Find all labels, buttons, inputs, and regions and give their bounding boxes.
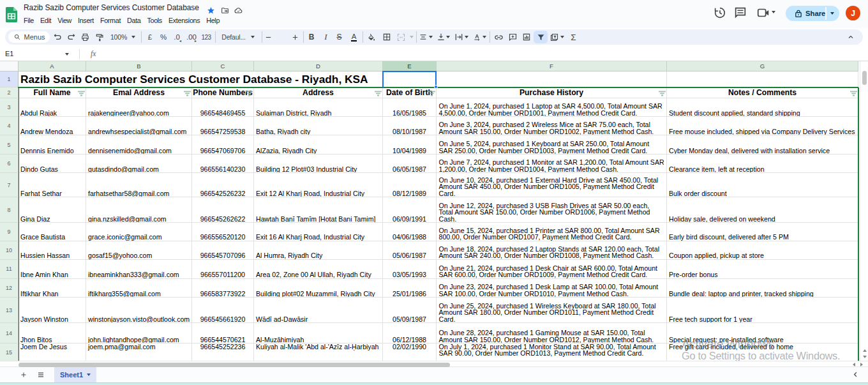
cell-r11-dob[interactable]: 03/05/1993	[383, 260, 437, 279]
cell-r5-notes[interactable]: Cyber Monday deal, delivered with instal…	[667, 135, 858, 155]
cell-r11-email[interactable]: ibneaminkhan333@gmail.com	[86, 260, 192, 279]
cell-r6-phone[interactable]: 966556140230	[192, 155, 254, 173]
row-header-14[interactable]: 14	[0, 323, 19, 343]
cell-r15-address[interactable]: Kuliyah al-Malik 'Abd al-'Azīz al-Ḥarbiy…	[254, 343, 383, 361]
cell-r12-full_name[interactable]: Iftikhar Khan	[19, 279, 86, 298]
menu-edit[interactable]: Edit	[40, 15, 51, 26]
header-filter-icon[interactable]	[78, 91, 85, 96]
row-header-10[interactable]: 10	[0, 241, 19, 260]
cell-r4-full_name[interactable]: Andrew Mendoza	[19, 117, 86, 135]
cell-r10-notes[interactable]: Coupon applied, pickup at store	[667, 241, 858, 260]
column-header-A[interactable]: A	[19, 61, 86, 72]
cell-r5-dob[interactable]: 10/04/1989	[383, 135, 437, 155]
cell-r5-address[interactable]: AlZazia, Riyadh City	[254, 135, 383, 155]
cell-r9-email[interactable]: grace.iconic@gmail.com	[86, 223, 192, 241]
menu-help[interactable]: Help	[206, 15, 220, 26]
row-header-3[interactable]: 3	[0, 98, 19, 117]
header-cell-6[interactable]: Notes / Comments	[667, 87, 858, 98]
cell-r15-purchase[interactable]: On July 1, 2024, purchased 1 Monitor Sta…	[437, 343, 667, 361]
cell-r10-address[interactable]: Al Humra, Riyadh City	[254, 241, 383, 260]
menu-extensions[interactable]: Extensions	[168, 15, 200, 26]
cell-r6-full_name[interactable]: Dindo Gutas	[19, 155, 86, 173]
cell-r5-phone[interactable]: 966547069706	[192, 135, 254, 155]
column-header-G[interactable]: G	[667, 61, 858, 72]
cell-r14-address[interactable]: Al-Muzāḥimiyah	[254, 323, 383, 343]
header-filter-icon[interactable]	[659, 91, 666, 96]
cell-r5-email[interactable]: dennisenemido@gmail.com	[86, 135, 192, 155]
cell-r14-full_name[interactable]: Jhon Bitos	[19, 323, 86, 343]
cell-E1[interactable]	[383, 72, 437, 87]
horizontal-scrollbar-thumb[interactable]	[19, 363, 450, 367]
header-filter-icon[interactable]	[375, 91, 382, 96]
sheet-tab[interactable]: Sheet1	[54, 367, 96, 382]
header-filter-icon[interactable]	[850, 91, 857, 96]
sheetbar-collapse-icon[interactable]	[851, 370, 860, 379]
header-cell-2[interactable]: Phone Numbers	[192, 87, 254, 98]
cell-r4-purchase[interactable]: On June 3, 2024, purchased 2 Wireless Mi…	[437, 117, 667, 135]
cell-r10-phone[interactable]: 966545707096	[192, 241, 254, 260]
cell-r12-dob[interactable]: 25/01/1986	[383, 279, 437, 298]
cell-r12-email[interactable]: iftikharg355@gmail.com	[86, 279, 192, 298]
cell-r4-phone[interactable]: 966547259538	[192, 117, 254, 135]
cell-r15-notes[interactable]: Free gift card included, delivered to ho…	[667, 343, 858, 361]
cell-r6-dob[interactable]: 06/05/1987	[383, 155, 437, 173]
menu-view[interactable]: View	[57, 15, 71, 26]
header-cell-4[interactable]: Date of Birth	[383, 87, 437, 98]
cell-r14-email[interactable]: john.lightandhope@gmail.com	[86, 323, 192, 343]
toolbar-collapse-icon[interactable]	[847, 33, 855, 41]
increase-font-size-button[interactable]	[287, 29, 304, 45]
cell-G1[interactable]	[667, 72, 858, 87]
cell-r9-address[interactable]: Exit 16 Al Kharj Road, Industrial City	[254, 223, 383, 241]
cell-r9-full_name[interactable]: Grace Bautista	[19, 223, 86, 241]
cell-r11-address[interactable]: Area 02, Zone 00 Al Ullah, Riyadh City	[254, 260, 383, 279]
row-header-11[interactable]: 11	[0, 260, 19, 279]
cell-r9-notes[interactable]: Early bird discount, delivered after 5 P…	[667, 223, 858, 241]
cell-r6-purchase[interactable]: On June 7, 2024, purchased 1 Monitor at …	[437, 155, 667, 173]
row-header-4[interactable]: 4	[0, 117, 19, 135]
cell-r4-dob[interactable]: 08/10/1987	[383, 117, 437, 135]
cell-r15-dob[interactable]: 02/02/1990	[383, 343, 437, 361]
menu-file[interactable]: File	[24, 15, 34, 26]
cell-r13-full_name[interactable]: Jayson Winston	[19, 298, 86, 323]
cell-r11-notes[interactable]: Pre-order bonus	[667, 260, 858, 279]
cell-r7-purchase[interactable]: On June 10, 2024, purchased 1 External H…	[437, 173, 667, 197]
share-button[interactable]: Share	[786, 6, 839, 21]
move-folder-icon[interactable]	[221, 6, 229, 15]
all-sheets-button[interactable]	[35, 369, 47, 381]
sheets-logo-icon[interactable]	[6, 7, 17, 22]
cell-F1[interactable]	[437, 72, 667, 87]
scroll-up-button[interactable]	[861, 347, 868, 354]
menu-format[interactable]: Format	[100, 15, 121, 26]
cell-r8-purchase[interactable]: On June 12, 2024, purchased 3 USB Flash …	[437, 197, 667, 223]
cell-r10-email[interactable]: gosaf15@yohoo.com	[86, 241, 192, 260]
cell-r12-purchase[interactable]: On June 23, 2024, purchased 1 Desk Lamp …	[437, 279, 667, 298]
cell-r9-dob[interactable]: 04/06/1988	[383, 223, 437, 241]
zoom-caret-icon[interactable]	[124, 29, 142, 45]
cell-r13-notes[interactable]: Free tech support for 1 year	[667, 298, 858, 323]
vertical-scrollbar[interactable]	[860, 61, 868, 361]
row-header-9[interactable]: 9	[0, 223, 19, 241]
menu-tools[interactable]: Tools	[147, 15, 161, 26]
column-header-D[interactable]: D	[254, 61, 383, 72]
cell-r3-phone[interactable]: 966548469455	[192, 98, 254, 117]
cell-r9-phone[interactable]: 966556520120	[192, 223, 254, 241]
font-name-select[interactable]: Defaul...	[225, 29, 243, 45]
cell-A1-title[interactable]: Razib Sazib Computer Services Customer D…	[19, 72, 383, 87]
header-cell-5[interactable]: Purchase History	[437, 87, 667, 98]
scroll-down-button[interactable]	[861, 354, 868, 360]
header-filter-icon[interactable]	[246, 91, 253, 96]
horizontal-scrollbar[interactable]	[0, 361, 868, 367]
cell-r3-address[interactable]: Sulaiman District, Riyadh	[254, 98, 383, 117]
header-cell-0[interactable]: Full Name	[19, 87, 86, 98]
star-icon[interactable]	[207, 6, 215, 15]
cell-r15-full_name[interactable]: Joem De Jesus	[19, 343, 86, 361]
cell-r7-notes[interactable]: Bulk order discount	[667, 173, 858, 197]
cell-r7-dob[interactable]: 08/12/1989	[383, 173, 437, 197]
toolbar-search-pill[interactable]: Menus	[8, 31, 50, 43]
row-header-12[interactable]: 12	[0, 279, 19, 298]
cell-r14-dob[interactable]: 06/12/1988	[383, 323, 437, 343]
cell-r3-email[interactable]: rajakengineer@yahoo.com	[86, 98, 192, 117]
row-header-1[interactable]: 1	[0, 72, 19, 87]
cell-r15-phone[interactable]: 966545252236	[192, 343, 254, 361]
cell-r8-notes[interactable]: Holiday sale, delivered on weekend	[667, 197, 858, 223]
